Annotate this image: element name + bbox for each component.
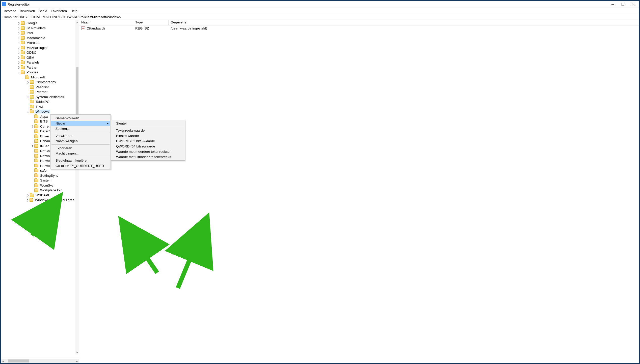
folder-icon	[34, 184, 38, 187]
tree-node[interactable]: ❯Intel	[1, 31, 75, 36]
context-menu[interactable]: SamenvouwenNieuw▶Zoeken...VerwijderenNaa…	[50, 114, 111, 169]
tree-node[interactable]: ❯Macromedia	[1, 36, 75, 41]
scroll-right-icon[interactable]: ▸	[75, 359, 79, 363]
chevron-right-icon[interactable]: ❯	[31, 145, 34, 147]
folder-icon	[30, 80, 34, 84]
col-data[interactable]: Gegevens	[169, 20, 249, 25]
submenu-nieuw[interactable]: SleutelTekenreekswaardeBinaire waardeDWO…	[111, 120, 185, 161]
tree-node[interactable]: ·TabletPC	[1, 99, 75, 104]
chevron-right-icon[interactable]: ❯	[31, 125, 34, 128]
ctx-item[interactable]: Samenvouwen	[51, 115, 110, 121]
menubar: BestandBewerkenBeeldFavorietenHelp	[1, 8, 639, 14]
chevron-right-icon[interactable]: ❯	[26, 199, 30, 201]
tree-hscrollbar[interactable]: ◂ ▸	[1, 359, 79, 363]
chevron-right-icon[interactable]: ❯	[17, 37, 21, 39]
ctx-item[interactable]: Naam wijzigen	[51, 138, 110, 144]
chevron-right-icon[interactable]: ❯	[17, 51, 21, 54]
menu-item-label: QWORD (64 bits)-waarde	[116, 144, 155, 148]
scroll-up-icon[interactable]: ▴	[75, 20, 79, 24]
menu-bewerken[interactable]: Bewerken	[18, 9, 37, 13]
chevron-right-icon[interactable]: ❯	[26, 194, 30, 196]
folder-icon	[34, 179, 38, 182]
tree-node[interactable]: ·Peernet	[1, 89, 75, 95]
tree-node[interactable]: ❯MozillaPlugins	[1, 45, 75, 50]
menu-item-label: Nieuw	[56, 122, 65, 125]
folder-icon	[30, 198, 33, 202]
ctx-item[interactable]: Exporteren	[51, 145, 110, 151]
chevron-right-icon[interactable]: ❯	[17, 27, 21, 29]
chevron-right-icon[interactable]: ❯	[17, 32, 21, 34]
minimize-button[interactable]	[608, 1, 618, 8]
subctx-item[interactable]: Binaire waarde	[112, 133, 184, 138]
tree-view[interactable]: ❯Google❯IM Providers❯Intel❯Macromedia❯Mi…	[1, 20, 79, 359]
menu-bestand[interactable]: Bestand	[2, 9, 18, 13]
ctx-item[interactable]: Machtigingen...	[51, 151, 110, 156]
hscroll-thumb[interactable]	[8, 359, 29, 362]
main-area: ❯Google❯IM Providers❯Intel❯Macromedia❯Mi…	[1, 20, 639, 363]
col-name[interactable]: Naam	[79, 20, 133, 25]
tree-node[interactable]: ❯Partner	[1, 65, 75, 70]
tree-node[interactable]: ❯WSDAPI	[1, 193, 75, 198]
tree-node[interactable]: ·TPM	[1, 104, 75, 109]
tree-node[interactable]: ·PeerDist	[1, 85, 75, 90]
chevron-right-icon[interactable]: ❯	[17, 61, 21, 64]
value-name: (Standaard)	[87, 26, 105, 30]
tree-node[interactable]: ⌄Policies	[1, 70, 75, 75]
menu-beeld[interactable]: Beeld	[37, 9, 49, 13]
tree-node-label: Parallels	[26, 60, 40, 64]
tree-node[interactable]: ⌄Windows	[1, 109, 75, 114]
list-row[interactable]: ab(Standaard)REG_SZ(geen waarde ingestel…	[79, 25, 639, 31]
tree-node[interactable]: ❯Parallels	[1, 60, 75, 65]
tree-node[interactable]: ⌄Microsoft	[1, 75, 75, 80]
tree-vscrollbar[interactable]: ▴ ▾	[75, 20, 79, 354]
subctx-item[interactable]: DWORD (32 bits)-waarde	[112, 138, 184, 144]
subctx-item[interactable]: QWORD (64 bits)-waarde	[112, 144, 184, 149]
chevron-right-icon[interactable]: ❯	[17, 46, 21, 49]
ctx-item[interactable]: Nieuw▶	[51, 121, 110, 126]
subctx-item[interactable]: Waarde met meerdere tekenreeksen	[112, 149, 184, 154]
ctx-item[interactable]: Verwijderen	[51, 133, 110, 138]
scroll-left-icon[interactable]: ◂	[1, 359, 5, 363]
chevron-right-icon[interactable]: ❯	[26, 96, 30, 98]
col-type[interactable]: Type	[133, 20, 169, 25]
tree-node[interactable]: ❯OEM	[1, 55, 75, 60]
chevron-down-icon[interactable]: ⌄	[26, 111, 30, 113]
ctx-item[interactable]: Go to HKEY_CURRENT_USER	[51, 163, 110, 168]
scroll-down-icon[interactable]: ▾	[75, 351, 79, 354]
chevron-right-icon[interactable]: ❯	[26, 81, 30, 83]
tree-node[interactable]: ❯Cryptography	[1, 80, 75, 85]
tree-node[interactable]: ❯Windows Advanced Threa	[1, 198, 75, 203]
chevron-right-icon[interactable]: ❯	[17, 56, 21, 59]
tree-node[interactable]: ❯IM Providers	[1, 26, 75, 31]
chevron-down-icon[interactable]: ⌄	[17, 71, 21, 73]
subctx-item[interactable]: Waarde met uitbreidbare tekenreeks	[112, 154, 184, 160]
tree-node[interactable]: ·WcmSvc	[1, 183, 75, 188]
ctx-item[interactable]: Sleutelnaam kopiëren	[51, 158, 110, 163]
tree-node[interactable]: ·WorkplaceJoin	[1, 188, 75, 193]
menu-help[interactable]: Help	[69, 9, 79, 13]
list-body[interactable]: ab(Standaard)REG_SZ(geen waarde ingestel…	[79, 25, 639, 363]
chevron-right-icon[interactable]: ❯	[17, 42, 21, 44]
list-header: Naam Type Gegevens	[79, 20, 639, 25]
subctx-item[interactable]: Tekenreekswaarde	[112, 128, 184, 133]
ctx-item[interactable]: Zoeken...	[51, 126, 110, 131]
tree-node[interactable]: ·System	[1, 178, 75, 183]
menu-separator	[112, 127, 184, 127]
menu-favorieten[interactable]: Favorieten	[49, 9, 69, 13]
tree-node[interactable]: ❯ODBC	[1, 50, 75, 55]
window-title: Register-editor	[8, 3, 32, 6]
svg-rect-1	[622, 3, 624, 6]
tree-node[interactable]: ❯Google	[1, 21, 75, 26]
chevron-right-icon[interactable]: ❯	[17, 22, 21, 24]
maximize-button[interactable]	[618, 1, 628, 8]
folder-icon	[21, 21, 25, 25]
close-button[interactable]	[628, 1, 638, 8]
tree-node[interactable]: ·SettingSync	[1, 173, 75, 178]
tree-node[interactable]: ❯SystemCertificates	[1, 95, 75, 100]
subctx-item[interactable]: Sleutel	[112, 121, 184, 126]
tree-node[interactable]: ❯Microsoft	[1, 40, 75, 45]
address-bar[interactable]: Computer\HKEY_LOCAL_MACHINE\SOFTWARE\Pol…	[1, 14, 639, 20]
chevron-down-icon[interactable]: ⌄	[22, 76, 25, 78]
chevron-right-icon[interactable]: ❯	[17, 66, 21, 69]
menu-item-label: Sleutelnaam kopiëren	[56, 159, 89, 162]
